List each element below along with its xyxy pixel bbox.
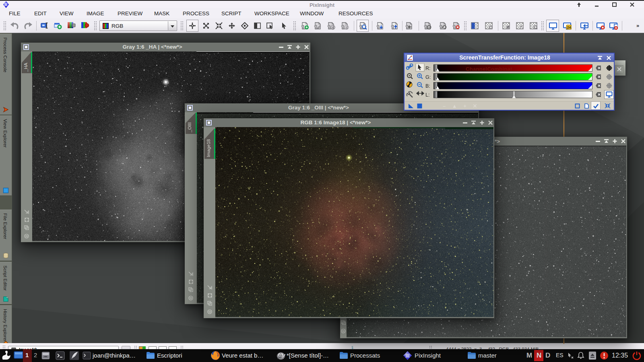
svg-text:24: 24 [567,25,571,29]
